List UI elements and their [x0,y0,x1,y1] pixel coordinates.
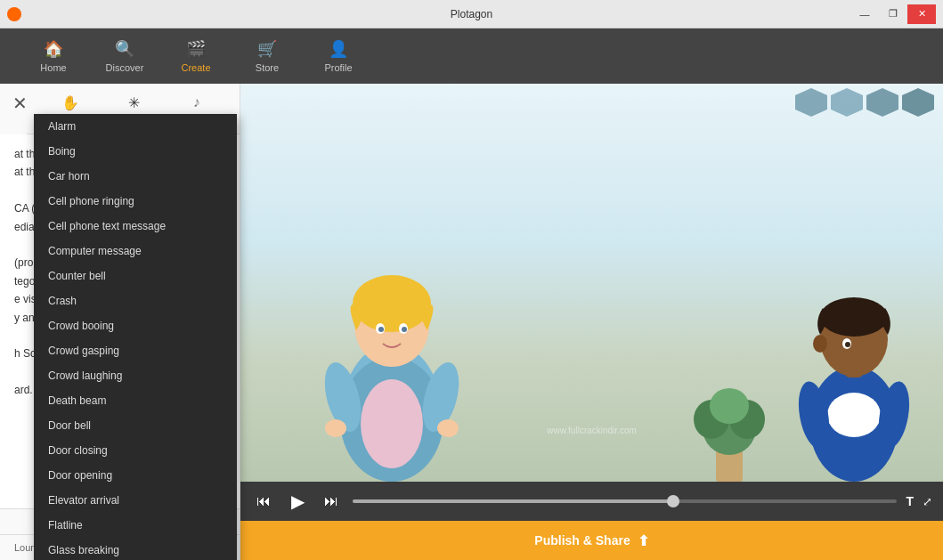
skip-forward-button[interactable]: ⏭ [319,489,344,514]
app-icon [7,7,21,21]
dropdown-item[interactable]: Cell phone text message [34,214,237,239]
title-bar-left [7,7,21,21]
close-button[interactable]: ✕ [907,4,936,24]
character-right [783,250,925,482]
dropdown-item[interactable]: Crash [34,288,237,313]
title-bar-controls: — ❐ ✕ [850,4,936,24]
fullscreen-button[interactable]: ⤢ [923,495,932,508]
dropdown-item[interactable]: Crowd laughing [34,363,237,388]
nav-label-store: Store [256,62,279,73]
dropdown-item[interactable]: Door bell [34,413,237,438]
dropdown-item[interactable]: Door closing [34,438,237,463]
music-tab-icon: ♪ [193,94,200,110]
dropdown-item[interactable]: Boing [34,139,237,164]
progress-fill [353,499,679,503]
nav-label-discover: Discover [106,62,144,73]
action-tab-icon: ✋ [61,94,79,111]
home-icon: 🏠 [44,39,63,59]
play-button[interactable]: ▶ [285,489,310,514]
plant-decoration [694,375,765,482]
dropdown-item[interactable]: Cell phone ringing [34,189,237,214]
svg-point-12 [325,419,346,437]
hex-decorations [795,88,934,117]
nav-label-home: Home [40,62,66,73]
panel-close-button[interactable]: ✕ [9,93,30,114]
main-content: AlarmBoingCar hornCell phone ringingCell… [0,84,943,560]
store-icon: 🛒 [257,39,277,59]
publish-bar[interactable]: Publish & Share ⬆ [240,521,943,560]
svg-point-18 [710,388,749,424]
dropdown-item[interactable]: Alarm [34,114,237,139]
minimize-button[interactable]: — [850,4,879,24]
video-controls: ⏮ ▶ ⏭ T ⤢ [240,482,943,521]
dropdown-item[interactable]: Death beam [34,388,237,413]
character-left [294,232,490,482]
publish-label: Publish & Share [534,533,630,548]
left-panel: AlarmBoingCar hornCell phone ringingCell… [0,84,240,560]
nav-label-create: Create [181,62,210,73]
nav-item-discover[interactable]: 🔍Discover [89,28,160,84]
discover-icon: 🔍 [115,39,134,59]
dropdown-item[interactable]: Flatline [34,513,237,538]
svg-point-25 [845,342,850,347]
progress-thumb [667,495,679,507]
nav-bar: 🏠Home🔍Discover🎬Create🛒Store👤Profile [0,28,943,84]
nav-label-profile: Profile [324,62,352,73]
dropdown-menu: AlarmBoingCar hornCell phone ringingCell… [34,114,237,560]
nav-item-home[interactable]: 🏠Home [18,28,89,84]
right-panel: www.fullcrackindir.com ⏮ ▶ ⏭ T ⤢ Publish… [240,84,943,560]
title-bar-title: Plotagon [451,8,492,20]
publish-icon: ⬆ [638,532,649,549]
video-area: www.fullcrackindir.com [240,84,943,482]
nav-item-store[interactable]: 🛒Store [232,28,303,84]
dropdown-item[interactable]: Car horn [34,164,237,189]
create-icon: 🎬 [186,39,206,59]
nav-items: 🏠Home🔍Discover🎬Create🛒Store👤Profile [18,28,374,84]
watermark: www.fullcrackindir.com [547,426,637,435]
svg-point-13 [437,419,459,437]
dropdown-item[interactable]: Glass breaking [34,538,237,560]
text-overlay-button[interactable]: T [906,494,914,508]
svg-point-26 [813,335,827,353]
skip-back-button[interactable]: ⏮ [251,489,276,514]
restore-button[interactable]: ❐ [879,4,907,24]
dropdown-item[interactable]: Crowd gasping [34,338,237,363]
nav-item-create[interactable]: 🎬Create [160,28,232,84]
dropdown-item[interactable]: Elevator arrival [34,488,237,513]
progress-bar[interactable] [353,499,897,503]
svg-point-9 [402,327,407,332]
svg-point-2 [361,379,423,468]
profile-icon: 👤 [329,39,348,59]
svg-point-5 [353,275,431,332]
svg-point-23 [820,297,888,337]
dropdown-item[interactable]: Counter bell [34,264,237,288]
nav-item-profile[interactable]: 👤Profile [303,28,374,84]
svg-point-8 [378,327,384,332]
dropdown-item[interactable]: Door opening [34,463,237,488]
title-bar: Plotagon — ❐ ✕ [0,0,943,28]
svg-point-20 [827,393,881,437]
sound-tab-icon: ✳ [128,94,140,111]
dropdown-item[interactable]: Crowd booing [34,313,237,338]
dropdown-item[interactable]: Computer message [34,239,237,264]
